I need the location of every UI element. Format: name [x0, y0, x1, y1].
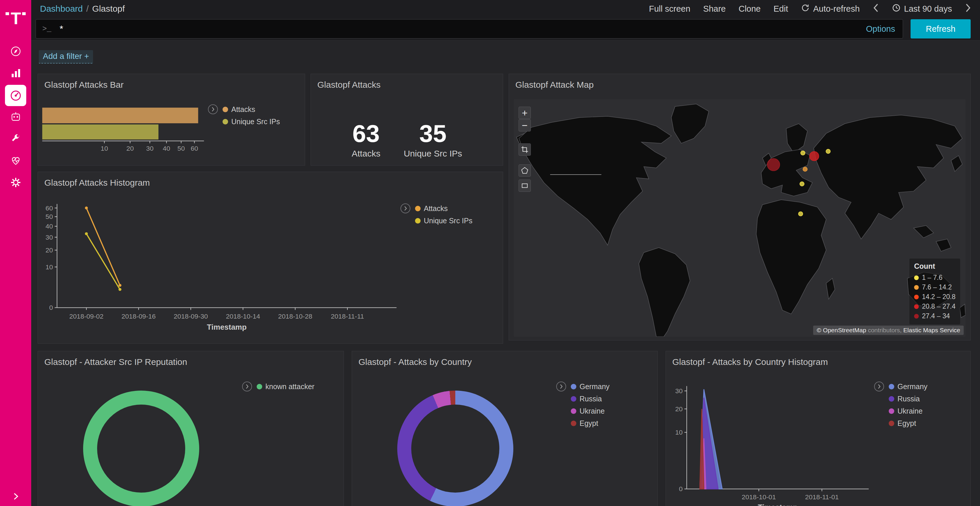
legend-toggle-icon[interactable] [208, 104, 218, 114]
legend-item[interactable]: Egypt [571, 419, 609, 428]
refresh-button[interactable]: Refresh [911, 19, 970, 38]
edit-button[interactable]: Edit [773, 4, 788, 14]
sidebar-item-devtools[interactable] [0, 128, 31, 150]
share-button[interactable]: Share [703, 4, 725, 14]
map-legend-row: 7.6 – 14.2 [914, 282, 956, 292]
panel-title: Glastopf - Attacker Src IP Reputation [38, 351, 344, 367]
legend-item[interactable]: Germany [889, 382, 928, 391]
map-legend-row: 27.4 – 34 [914, 311, 956, 321]
crop-icon [521, 146, 528, 153]
legend-toggle-icon[interactable] [401, 203, 410, 213]
legend-item[interactable]: Russia [571, 395, 609, 403]
legend-label: Egypt [897, 419, 916, 428]
reputation-donut-chart[interactable] [83, 390, 199, 506]
legend-item[interactable]: Unique Src IPs [223, 117, 280, 126]
query-input[interactable]: >_ * Options [36, 19, 903, 38]
sidebar-item-monitoring[interactable] [0, 150, 31, 172]
legend-color-dot [889, 384, 894, 389]
x-tick-label: 10 [100, 144, 108, 152]
legend-color-dot [889, 408, 894, 414]
legend-label: Unique Src IPs [231, 117, 280, 126]
add-filter-link[interactable]: Add a filter + [39, 50, 93, 63]
legend-item[interactable]: Attacks [223, 105, 280, 114]
data-point [85, 207, 88, 209]
ems-attribution-link[interactable]: Elastic Maps Service [903, 327, 960, 333]
map-legend-row: 20.8 – 27.4 [914, 302, 956, 311]
map-rectangle-tool-button[interactable] [519, 179, 531, 192]
bar-chart-icon [10, 67, 22, 81]
logo-letter: T [11, 10, 21, 27]
sidebar-item-management[interactable] [0, 172, 31, 194]
metric-attacks: 63 Attacks [352, 121, 380, 159]
legend-item[interactable]: Egypt [889, 419, 928, 428]
map-crop-button[interactable] [519, 143, 531, 155]
breadcrumb: Dashboard / Glastopf [40, 4, 125, 14]
x-axis-title: Timestamp [207, 323, 247, 331]
legend-toggle-icon[interactable] [556, 382, 566, 392]
line-series-Attacks [86, 208, 120, 286]
wrench-icon [10, 132, 22, 146]
x-tick-label: 2018-10-28 [278, 312, 312, 320]
legend-item[interactable]: Germany [571, 382, 609, 391]
x-tick-label: 2018-09-16 [122, 312, 156, 320]
query-options-link[interactable]: Options [866, 24, 895, 34]
metric-label: Attacks [352, 149, 380, 159]
legend-color-dot [257, 384, 262, 389]
breadcrumb-dashboard-link[interactable]: Dashboard [40, 4, 83, 14]
map-zoom-out-button[interactable]: − [519, 119, 531, 132]
legend-item[interactable]: Attacks [415, 204, 473, 213]
query-value: * [59, 24, 866, 34]
legend-toggle-icon[interactable] [874, 382, 884, 392]
map-attack-point [826, 149, 830, 154]
data-point [118, 288, 121, 291]
world-map[interactable]: + − Count 1 – 7.67.6 – 14.214.2 – 20.820… [514, 99, 966, 337]
auto-refresh-button[interactable]: Auto-refresh [801, 3, 860, 14]
legend-label: Attacks [424, 204, 448, 213]
telekom-logo[interactable]: T [6, 0, 25, 41]
osm-attribution-link[interactable]: © OpenStreetMap [817, 327, 866, 333]
time-back-button[interactable] [873, 3, 879, 15]
attacks-line-chart[interactable]: 01020304050602018-09-022018-09-162018-09… [38, 172, 503, 343]
logo-dash-right [22, 12, 25, 15]
country-area-chart[interactable]: 01020302018-10-012018-11-01Timestamp [666, 351, 970, 506]
time-forward-button[interactable] [965, 3, 971, 15]
bucket-range-label: 1 – 7.6 [922, 273, 942, 282]
sidebar-item-visualize[interactable] [0, 63, 31, 84]
legend-color-dot [914, 314, 919, 319]
map-legend-row: 14.2 – 20.8 [914, 292, 956, 302]
country-donut-chart[interactable] [397, 390, 513, 506]
sidebar-item-dashboard[interactable] [0, 84, 31, 106]
legend-label: Germany [579, 382, 609, 391]
panel-src-ip-reputation: Glastopf - Attacker Src IP Reputation kn… [38, 351, 344, 506]
clone-button[interactable]: Clone [738, 4, 760, 14]
panel-attack-map: Glastopf Attack Map [509, 74, 970, 341]
legend-color-dot [889, 420, 894, 426]
legend-color-dot [914, 304, 919, 309]
legend-toggle-icon[interactable] [242, 382, 252, 392]
sidebar-collapse-button[interactable] [0, 492, 31, 502]
legend-item[interactable]: Ukraine [889, 407, 928, 416]
sidebar-item-timelion[interactable] [0, 106, 31, 128]
panel-title: Glastopf Attacks [311, 74, 503, 90]
time-range-picker[interactable]: Last 90 days [892, 3, 952, 14]
fullscreen-button[interactable]: Full screen [649, 4, 690, 14]
sidebar-item-discover[interactable] [0, 41, 31, 63]
query-bar: >_ * Options Refresh [31, 17, 980, 41]
gauge-icon [5, 85, 26, 106]
legend-label: Russia [579, 395, 602, 403]
panel-title: Glastopf - Attacks by Country [352, 351, 657, 367]
bucket-range-label: 20.8 – 27.4 [922, 302, 956, 311]
map-zoom-in-button[interactable]: + [519, 107, 531, 119]
panel-attacks-histogram: Glastopf Attacks Histogram 0102030405060… [38, 172, 503, 344]
legend-item[interactable]: Russia [889, 395, 928, 403]
legend-label: Russia [897, 395, 920, 403]
panel-attacks-by-country-histogram: Glastopf - Attacks by Country Histogram … [666, 351, 970, 506]
legend-item[interactable]: known attacker [257, 382, 314, 391]
robot-face-icon [10, 111, 22, 124]
map-polygon-tool-button[interactable] [519, 164, 531, 177]
legend-label: Ukraine [897, 407, 923, 416]
legend-item[interactable]: Unique Src IPs [415, 217, 473, 225]
legend-label: known attacker [266, 382, 314, 391]
chart-legend: AttacksUnique Src IPs [208, 104, 280, 126]
legend-item[interactable]: Ukraine [571, 407, 609, 416]
